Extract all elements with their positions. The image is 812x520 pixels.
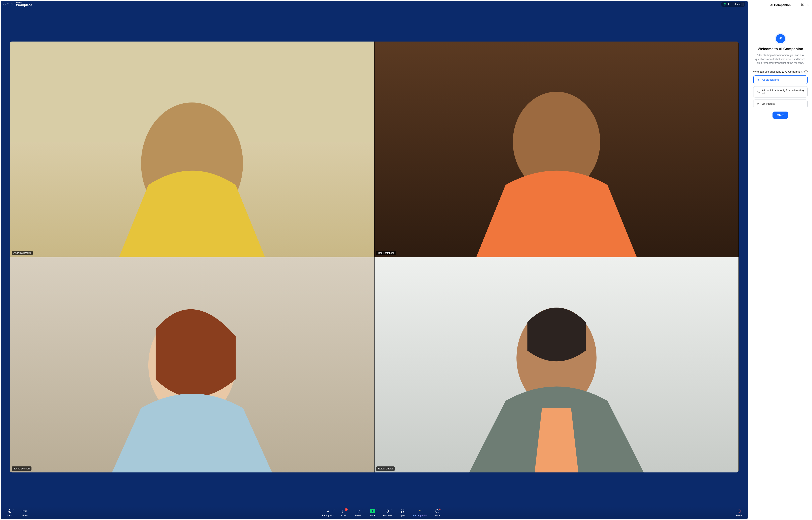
audio-button[interactable]: ⌃ Audio [5,509,14,517]
caret-up-icon: ⌃ [423,510,425,511]
window-close-dot[interactable] [3,3,6,5]
video-tile[interactable]: Angelica Brooks [10,42,374,257]
host-tools-label: Host tools [383,514,392,517]
ai-sparkle-icon: ⌃ [417,509,423,513]
participants-button[interactable]: 3 ⌃ Participants [322,509,334,517]
window-traffic-lights[interactable] [3,3,13,5]
shield-icon: ⌃ [385,509,390,513]
participants-icon: 3 ⌃ [325,509,331,513]
caret-up-icon: ⌃ [391,510,392,511]
caret-up-icon: ⌃ [362,510,363,511]
participant-name-tag: Rafael Duarte [376,466,395,471]
svg-point-24 [758,79,759,80]
person-clock-icon [756,90,760,94]
info-icon[interactable]: i [804,70,808,73]
more-button[interactable]: More [433,509,442,517]
titlebar: zoom Workplace Views [1,1,748,8]
video-thumbnail-placeholder [374,42,738,257]
participant-name-tag: Angelica Brooks [11,251,33,255]
more-badge [439,509,441,510]
ai-sparkle-icon[interactable] [727,2,731,6]
panel-body: Welcome to AI Companion After starting A… [749,10,812,123]
svg-point-25 [757,91,758,92]
svg-point-0 [729,3,730,4]
close-icon[interactable] [806,3,810,7]
start-button[interactable]: Start [773,111,788,119]
share-label: Share [369,514,375,517]
ai-companion-button[interactable]: ⌃ AI Companion [413,509,427,517]
caret-up-icon: ⌃ [28,510,29,511]
video-tile[interactable]: Rob Thompson [374,42,738,257]
caret-up-icon: ⌃ [347,510,348,511]
video-tile[interactable]: Rafael Duarte [374,257,738,472]
option-from-when-join[interactable]: All participants only from when they joi… [753,86,808,98]
start-label: Start [777,113,784,117]
option-all-participants[interactable]: All participants [753,75,808,84]
video-tile[interactable]: Sasha Lehman [10,257,374,472]
views-label: Views [734,3,739,5]
leave-button[interactable]: Leave [735,509,744,517]
chat-button[interactable]: 1 ⌃ Chat [339,509,348,517]
video-thumbnail-placeholder [10,257,374,472]
leave-label: Leave [736,514,742,517]
share-screen-icon: ⌃ [370,509,375,513]
video-thumbnail-placeholder [10,42,374,257]
titlebar-right-cluster: Views [721,2,745,7]
heart-icon: ⌃ [355,509,361,513]
caret-up-icon: ⌃ [376,510,377,511]
option-label: All participants only from when they joi… [762,89,805,95]
svg-point-21 [738,510,739,510]
titlebar-divider [732,3,732,6]
participants-count: 3 [332,510,334,512]
react-button[interactable]: ⌃ React [354,509,363,517]
participants-label: Participants [322,514,334,517]
camera-icon: ⌃ [22,509,27,513]
option-only-hosts[interactable]: Only hosts [753,100,808,108]
apps-label: Apps [400,514,405,517]
panel-header: AI Companion [749,0,812,10]
apps-button[interactable]: Apps [398,509,407,517]
participant-name-tag: Sasha Lehman [11,466,31,471]
svg-point-16 [421,510,421,510]
react-label: React [355,514,361,517]
welcome-title: Welcome to AI Companion [758,47,803,51]
lock-icon [756,102,760,106]
grid-icon [740,3,744,6]
share-button[interactable]: ⌃ Share [368,509,377,517]
video-grid-wrap: Angelica Brooks Rob Thompson [1,8,748,506]
views-button[interactable]: Views [733,2,744,6]
meeting-window: zoom Workplace Views [1,1,748,519]
people-icon [756,78,760,82]
permission-question-row: Who can ask questions to AI Companion? i [753,70,808,73]
permission-question: Who can ask questions to AI Companion? [753,70,804,73]
video-button[interactable]: ⌃ Video [20,509,29,517]
caret-up-icon: ⌃ [13,510,14,511]
svg-point-19 [437,511,438,511]
chat-icon: 1 ⌃ [341,509,346,513]
svg-rect-13 [401,510,402,511]
apps-icon [399,509,405,513]
video-grid: Angelica Brooks Rob Thompson [10,42,738,472]
microphone-muted-icon: ⌃ [7,509,12,513]
leave-icon [736,509,742,513]
window-zoom-dot[interactable] [10,3,13,5]
audio-label: Audio [7,514,12,517]
video-thumbnail-placeholder [374,257,738,472]
chat-label: Chat [341,514,346,517]
window-minimize-dot[interactable] [7,3,9,5]
caret-up-icon: ⌃ [334,510,335,511]
participant-name-tag: Rob Thompson [376,251,396,255]
svg-point-20 [438,511,438,511]
option-label: Only hosts [762,102,775,105]
svg-rect-27 [757,104,759,105]
encryption-shield-icon[interactable] [723,2,727,6]
host-tools-button[interactable]: ⌃ Host tools [383,509,392,517]
option-label: All participants [762,78,780,81]
svg-point-23 [757,79,758,80]
video-label: Video [22,514,27,517]
more-icon [435,509,440,513]
ai-label: AI Companion [413,514,427,517]
popout-icon[interactable] [801,3,804,7]
svg-point-15 [403,510,404,511]
ai-companion-logo-icon [776,34,785,43]
